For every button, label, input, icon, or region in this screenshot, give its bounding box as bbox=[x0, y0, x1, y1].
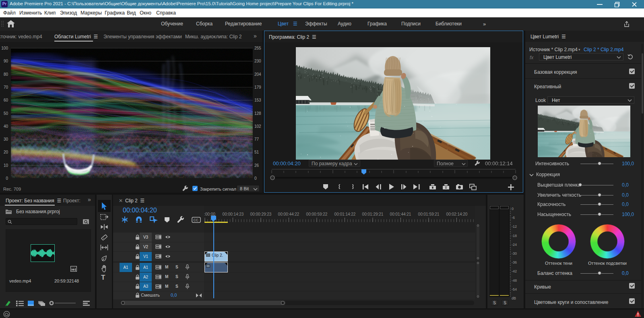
svg-text:CC: CC bbox=[194, 218, 198, 222]
svg-text:00:01:29:21: 00:01:29:21 bbox=[362, 212, 384, 216]
svg-text:00:02:14:20: 00:02:14:20 bbox=[446, 212, 468, 216]
svg-text:00:01:59:21: 00:01:59:21 bbox=[418, 212, 440, 216]
svg-text:00:01:14:22: 00:01:14:22 bbox=[334, 212, 356, 216]
svg-text:00:01:44:21: 00:01:44:21 bbox=[390, 212, 411, 216]
svg-text:00:00:59:22: 00:00:59:22 bbox=[306, 212, 328, 216]
svg-text:00:00:44:22: 00:00:44:22 bbox=[278, 212, 299, 216]
svg-text:00:00:14:23: 00:00:14:23 bbox=[223, 212, 244, 216]
svg-text:00:00:29:23: 00:00:29:23 bbox=[250, 212, 272, 216]
